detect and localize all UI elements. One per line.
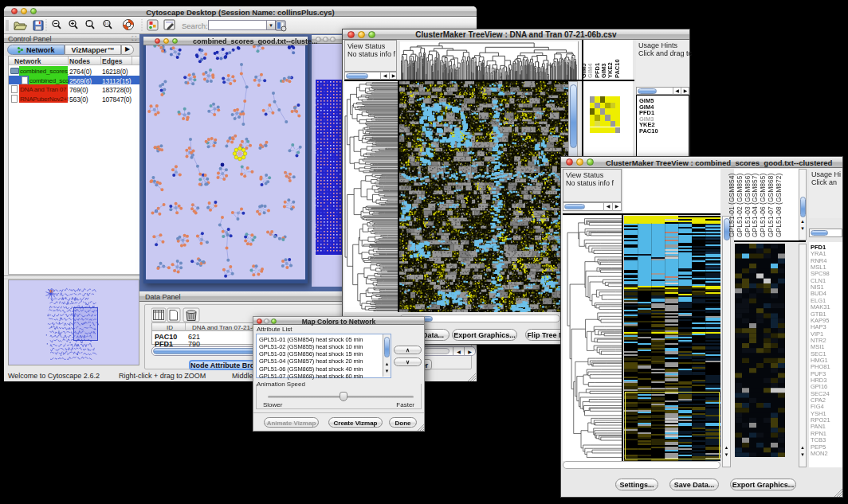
svg-text:1:1: 1:1 bbox=[104, 21, 109, 25]
